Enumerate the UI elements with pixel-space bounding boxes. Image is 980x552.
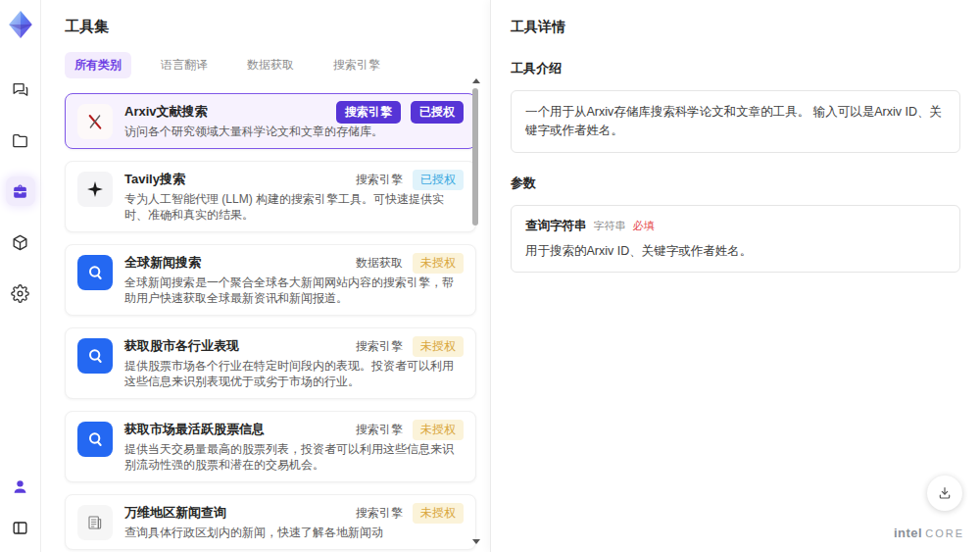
app-logo-icon: [6, 10, 35, 39]
tool-status-badge: 未授权: [413, 336, 464, 357]
scroll-up-arrow-icon[interactable]: [472, 78, 480, 83]
tool-icon: [77, 104, 113, 139]
tool-card-body: 获取市场最活跃股票信息 搜索引擎 未授权 提供当天交易量最高的股票列表，投资者可…: [124, 421, 464, 473]
category-tab[interactable]: 数据获取: [237, 52, 304, 78]
intel-core-logo: intel CORE: [894, 526, 964, 540]
scroll-down-arrow-icon[interactable]: [472, 539, 480, 544]
tool-list-panel: 工具集 所有类别 语言翻译 数据获取 搜索引擎: [41, 0, 490, 552]
params-box: 查询字符串 字符串 必填 用于搜索的Arxiv ID、关键字或作者姓名。: [511, 205, 960, 273]
tool-card[interactable]: 万维地区新闻查询 搜索引擎 未授权 查询具体行政区划内的新闻，快速了解各地新闻动: [65, 494, 476, 550]
detail-title: 工具详情: [511, 19, 960, 36]
tool-icon: [77, 172, 113, 207]
tavily-star-icon: [83, 177, 107, 201]
arxiv-logo-icon: [83, 110, 107, 133]
scrollbar-thumb[interactable]: [472, 88, 478, 226]
tool-category-badge: 搜索引擎: [356, 422, 403, 438]
quark-search-icon: [83, 261, 107, 284]
category-tab-label: 搜索引擎: [333, 58, 380, 72]
tool-badges: 搜索引擎 未授权: [356, 336, 464, 357]
tool-name: 获取股市各行业表现: [124, 337, 239, 355]
tool-description: 专为人工智能代理 (LLM) 构建的搜索引擎工具。可快速提供实时、准确和真实的结…: [124, 191, 464, 223]
tool-card-list: Arxiv文献搜索 搜索引擎 已授权 访问各个研究领域大量科学论文和文章的存储库…: [65, 93, 476, 550]
tool-badges: 搜索引擎 已授权: [336, 101, 464, 124]
tool-icon: [77, 505, 113, 540]
tool-description: 提供股票市场各个行业在特定时间段内的表现。投资者可以利用这些信息来识别表现优于或…: [124, 358, 464, 389]
tool-name: 全球新闻搜索: [124, 254, 201, 272]
tool-description: 提供当天交易量最高的股票列表，投资者可以利用这些信息来识别流动性强的股票和潜在的…: [124, 441, 464, 473]
category-tab-label: 所有类别: [74, 58, 122, 72]
briefcase-icon: [11, 182, 29, 201]
quark-search-icon: [83, 427, 107, 451]
tool-card-body: Arxiv文献搜索 搜索引擎 已授权 访问各个研究领域大量科学论文和文章的存储库…: [124, 103, 464, 139]
tool-card[interactable]: 获取市场最活跃股票信息 搜索引擎 未授权 提供当天交易量最高的股票列表，投资者可…: [65, 411, 476, 482]
tool-icon: [77, 255, 113, 290]
category-tabs: 所有类别 语言翻译 数据获取 搜索引擎: [65, 52, 465, 78]
tool-status-badge: 已授权: [413, 170, 464, 190]
category-tab-label: 数据获取: [247, 58, 294, 72]
tool-name: 获取市场最活跃股票信息: [124, 421, 265, 438]
category-tab[interactable]: 语言翻译: [151, 52, 218, 78]
newspaper-icon: [83, 511, 107, 534]
app-window: 工具集 所有类别 语言翻译 数据获取 搜索引擎: [0, 0, 980, 552]
tool-badges: 搜索引擎 未授权: [356, 420, 464, 440]
tool-card[interactable]: 获取股市各行业表现 搜索引擎 未授权 提供股票市场各个行业在特定时间段内的表现。…: [65, 327, 476, 399]
quark-search-icon: [83, 344, 107, 368]
tool-badges: 搜索引擎 已授权: [356, 170, 464, 190]
cube-icon: [11, 233, 29, 252]
sidebar-item-user[interactable]: [6, 472, 35, 501]
tool-description: 查询具体行政区划内的新闻，快速了解各地新闻动: [124, 525, 464, 540]
gear-icon: [11, 284, 29, 303]
tool-description: 全球新闻搜索是一个聚合全球各大新闻网站内容的搜索引擎，帮助用户快速获取全球最新资…: [124, 275, 464, 306]
intel-logo-text: intel: [894, 526, 922, 540]
category-tab[interactable]: 所有类别: [65, 52, 131, 78]
tool-category-badge: 搜索引擎: [356, 338, 403, 355]
tool-category-badge: 数据获取: [356, 255, 403, 272]
intro-heading: 工具介绍: [511, 60, 960, 77]
chat-icon: [11, 80, 29, 99]
sidebar: [0, 0, 41, 552]
folder-icon: [11, 131, 29, 150]
param-required-tag: 必填: [633, 219, 655, 233]
tool-detail-panel: 工具详情 工具介绍 一个用于从Arxiv存储库搜索科学论文和文章的工具。 输入可…: [490, 0, 980, 552]
sidebar-item-settings[interactable]: [6, 278, 35, 308]
tool-status-badge: 未授权: [413, 503, 464, 524]
sidebar-item-chat[interactable]: [6, 75, 35, 104]
tool-card[interactable]: 全球新闻搜索 数据获取 未授权 全球新闻搜索是一个聚合全球各大新闻网站内容的搜索…: [65, 244, 476, 316]
category-tab[interactable]: 搜索引擎: [323, 52, 390, 78]
tool-icon: [77, 338, 113, 374]
tool-description: 访问各个研究领域大量科学论文和文章的存储库。: [124, 124, 464, 139]
tool-card-body: Tavily搜索 搜索引擎 已授权 专为人工智能代理 (LLM) 构建的搜索引擎…: [124, 171, 464, 223]
tool-card-body: 全球新闻搜索 数据获取 未授权 全球新闻搜索是一个聚合全球各大新闻网站内容的搜索…: [124, 254, 464, 306]
tool-card[interactable]: Arxiv文献搜索 搜索引擎 已授权 访问各个研究领域大量科学论文和文章的存储库…: [65, 93, 476, 149]
user-icon: [11, 477, 29, 496]
tool-name: Tavily搜索: [124, 171, 185, 188]
category-tab-label: 语言翻译: [161, 58, 208, 72]
tool-category-badge: 搜索引擎: [356, 505, 403, 522]
param-description: 用于搜索的Arxiv ID、关键字或作者姓名。: [525, 243, 946, 260]
tool-card-body: 获取股市各行业表现 搜索引擎 未授权 提供股票市场各个行业在特定时间段内的表现。…: [124, 337, 464, 389]
tool-card-body: 万维地区新闻查询 搜索引擎 未授权 查询具体行政区划内的新闻，快速了解各地新闻动: [124, 504, 464, 540]
tool-icon: [77, 422, 113, 457]
list-scrollbar[interactable]: [471, 78, 479, 544]
tool-badges: 数据获取 未授权: [356, 253, 464, 274]
sidebar-item-files[interactable]: [6, 125, 35, 155]
intro-box: 一个用于从Arxiv存储库搜索科学论文和文章的工具。 输入可以是Arxiv ID…: [511, 90, 960, 153]
sidebar-item-tools[interactable]: [6, 176, 35, 206]
core-logo-text: CORE: [925, 527, 964, 539]
download-button[interactable]: [927, 476, 962, 511]
tool-status-badge: 未授权: [413, 420, 464, 440]
tool-status-badge: 未授权: [413, 253, 464, 274]
sidebar-item-panel-toggle[interactable]: [6, 513, 35, 542]
param-name: 查询字符串: [525, 218, 587, 234]
panel-toggle-icon: [11, 519, 29, 537]
download-icon: [937, 485, 953, 501]
tool-category-badge: 搜索引擎: [356, 172, 403, 188]
tool-badges: 搜索引擎 未授权: [356, 503, 464, 524]
sidebar-item-models[interactable]: [6, 227, 35, 257]
tool-card[interactable]: Tavily搜索 搜索引擎 已授权 专为人工智能代理 (LLM) 构建的搜索引擎…: [65, 161, 476, 232]
tool-category-badge: 搜索引擎: [336, 101, 401, 124]
param-item: 查询字符串 字符串 必填 用于搜索的Arxiv ID、关键字或作者姓名。: [525, 218, 946, 260]
tool-name: Arxiv文献搜索: [124, 103, 208, 121]
intro-text: 一个用于从Arxiv存储库搜索科学论文和文章的工具。 输入可以是Arxiv ID…: [525, 103, 946, 140]
param-type: 字符串: [594, 219, 626, 233]
